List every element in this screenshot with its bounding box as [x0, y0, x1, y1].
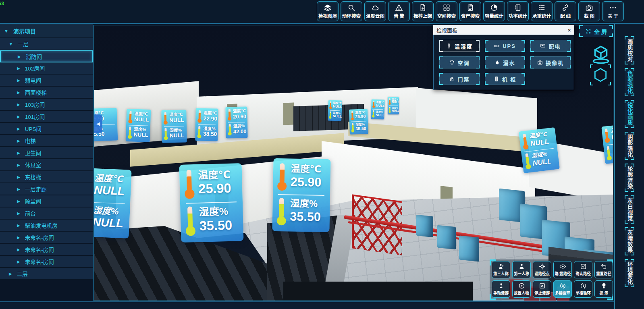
effect-item-outline-render[interactable]: 轮廓渲染 [625, 164, 634, 192]
sensor-billboard: 温度℃NULL湿度%NULL [371, 99, 385, 119]
sidebar-item-elevator[interactable]: ▶电梯 [0, 135, 93, 147]
sidebar-item-label: 未命名-房间 [25, 257, 54, 265]
thermometer-icon [228, 124, 232, 136]
toolbar-button-asset-search[interactable]: 资产搜索 [459, 1, 481, 21]
roam-button-label: 设路径点 [534, 270, 550, 276]
roam-button-manual-roam[interactable]: 手动漫游 [492, 280, 510, 298]
sidebar-item-unnamed-room-3[interactable]: ▶未命名-房间 [0, 256, 93, 268]
toolbar-button-screenshot[interactable]: 截 图 [578, 1, 600, 21]
fullscreen-button[interactable]: 全 屏 [579, 25, 613, 37]
effect-item-env-fog[interactable]: 环境雾化 [625, 259, 634, 287]
sidebar-item-east-staircase[interactable]: ▶东楼梯 [0, 171, 93, 183]
humidity-label: 湿度% [199, 205, 232, 218]
inspect-button-ups[interactable]: UPS [485, 40, 525, 52]
inspect-button-door-access[interactable]: 门禁 [439, 73, 480, 85]
humidity-value: 38.50 [203, 131, 217, 138]
chevron-right-icon: ▶ [17, 211, 20, 216]
sidebar-item-front-desk[interactable]: ▶前台 [0, 207, 93, 220]
sidebar-item-west-staircase[interactable]: ▶西面楼梯 [0, 87, 93, 99]
inspect-button-water-leak[interactable]: 漏水 [485, 56, 525, 68]
toolbar-button-space-search[interactable]: 空间搜索 [436, 1, 457, 21]
roam-button-label: 确认路径 [575, 270, 591, 276]
sidebar-item-lounge[interactable]: ▶休息室 [0, 159, 93, 171]
roam-button-set-waypoint[interactable]: 设路径点 [533, 261, 551, 278]
inspect-button-cabinet[interactable]: 机 柜 [485, 73, 525, 85]
inspect-button-hvac[interactable]: 空调 [439, 56, 480, 68]
roam-button-tips[interactable]: 提 示 [594, 280, 613, 298]
sensor-billboard: 温度℃NULL湿度%NULL [328, 100, 342, 121]
roam-button-place-person[interactable]: 放置人物 [512, 280, 531, 298]
chevron-right-icon: ▶ [9, 272, 12, 276]
roam-button-stop-roam[interactable]: 停止漫游 [533, 280, 551, 298]
effect-item-quality-check[interactable]: 画质校对 [625, 36, 634, 64]
sidebar-item-project-root[interactable]: ▼ 演示项目 [0, 24, 93, 38]
sensor-billboard: 温度℃NULL湿度%NULL [388, 97, 399, 114]
billboard-divider [372, 109, 383, 110]
sidebar-item-ups-room[interactable]: ▶UPS间 [0, 123, 93, 135]
sidebar-item-floor-1[interactable]: ▼一层 [0, 38, 93, 50]
effect-item-dark-effect[interactable]: 灰暗效果 [625, 227, 634, 255]
billboard-divider [129, 125, 148, 126]
toolbar-button-capacity-stats[interactable]: 容量统计 [483, 1, 505, 21]
thermometer-icon [388, 107, 391, 114]
roam-button-third-person[interactable]: 第三人称 [492, 261, 510, 278]
toolbar-button-power-stats[interactable]: 功率统计 [507, 1, 529, 21]
toolbar-button-temp-cloudmap[interactable]: 温度云图 [364, 1, 386, 21]
sidebar-item-room-101[interactable]: ▶101房间 [0, 111, 93, 123]
inspect-button-cctv-camera[interactable]: 摄像机 [530, 56, 571, 68]
humidity-value: NULL [332, 114, 342, 119]
hexagon-tool-icon[interactable] [590, 64, 611, 85]
roam-button-confirm-path[interactable]: 确认路径 [574, 261, 592, 278]
sidebar-item-restroom[interactable]: ▶卫生间 [0, 147, 93, 159]
roam-button-first-person[interactable]: 第一人称 [512, 261, 531, 278]
view-cube-icon[interactable] [591, 44, 611, 64]
sidebar-item-room-102[interactable]: ▶102房间 [0, 62, 93, 75]
bulb-icon [600, 282, 607, 289]
roam-button-multi-floor-loop[interactable]: 多楼循环 [553, 280, 572, 298]
roam-button-toggle-path[interactable]: 隐/显路径 [553, 261, 572, 278]
billboard-divider [228, 122, 245, 123]
inspect-button-power-dist[interactable]: 配电 [530, 40, 571, 52]
close-icon[interactable]: × [567, 27, 571, 33]
link-icon [561, 4, 569, 12]
sidebar-item-dust-removal-room[interactable]: ▶除尘间 [0, 195, 93, 207]
sidebar-item-label: 消防间 [26, 52, 42, 60]
sidebar-item-label: 103房间 [25, 100, 45, 108]
effect-item-color-enhance[interactable]: 色彩强化 [625, 68, 634, 96]
effect-item-grayscale-view[interactable]: 灰白视觉 [625, 195, 634, 224]
roam-button-single-floor-loop[interactable]: 单楼循环 [574, 280, 592, 298]
chevron-right-icon: ▶ [17, 66, 20, 71]
humidity-section: 湿度%38.50 [197, 126, 216, 139]
effect-item-sharpen[interactable]: 锐化画质 [625, 100, 634, 128]
sidebar-collapse-button[interactable]: ◀ [94, 114, 102, 133]
inspect-button-label: 温湿度 [455, 42, 473, 50]
compass-icon [518, 282, 525, 289]
temp-section: 温度℃NULL [93, 172, 127, 201]
monitor-icon [540, 43, 546, 49]
sidebar-item-room-103[interactable]: ▶103房间 [0, 99, 93, 111]
stopx-icon [539, 282, 546, 289]
inspect-button-temp-humidity[interactable]: 温湿度 [439, 40, 480, 52]
thermometer-icon [184, 170, 195, 200]
temp-label: 温度℃ [94, 173, 125, 185]
toolbar-button-weight-stats[interactable]: 承重统计 [531, 1, 553, 21]
toolbar-button-about[interactable]: 关 于 [602, 1, 624, 21]
sidebar-item-weak-current-room[interactable]: ▶弱电间 [0, 75, 93, 87]
top-toolbar: 检视图层动环搜索温度云图告 警推荐上架空间搜索资产搜索容量统计功率统计承重统计配… [0, 0, 644, 24]
toolbar-button-inspect-layers[interactable]: 检视图层 [317, 1, 339, 21]
inspect-button-label: 配电 [548, 42, 561, 50]
sidebar-item-unnamed-room-1[interactable]: ▶未命名-房间 [0, 232, 93, 244]
toolbar-button-rack-suggest[interactable]: 推荐上架 [412, 1, 434, 21]
sidebar-item-floor1-corridor[interactable]: ▶一层走廊 [0, 183, 93, 195]
sidebar-item-diesel-generator-room[interactable]: ▶柴油发电机房 [0, 220, 93, 232]
sidebar-item-fire-protection-room[interactable]: ▶消防间 [0, 50, 93, 62]
roam-button-reset-path[interactable]: 重置路径 [594, 261, 613, 278]
toolbar-button-cabling[interactable]: 配 线 [555, 1, 576, 21]
sidebar-item-floor-2[interactable]: ▶二层 [0, 268, 93, 280]
fullscreen-label: 全 屏 [594, 27, 607, 35]
toolbar-button-env-search[interactable]: 动环搜索 [341, 1, 362, 21]
sidebar-item-unnamed-room-2[interactable]: ▶未命名-房间 [0, 244, 93, 256]
effect-item-shadow-enhance[interactable]: 阴影强化 [625, 132, 634, 160]
toolbar-button-alarm[interactable]: 告 警 [388, 1, 410, 21]
toolbar-label: 截 图 [584, 12, 594, 19]
